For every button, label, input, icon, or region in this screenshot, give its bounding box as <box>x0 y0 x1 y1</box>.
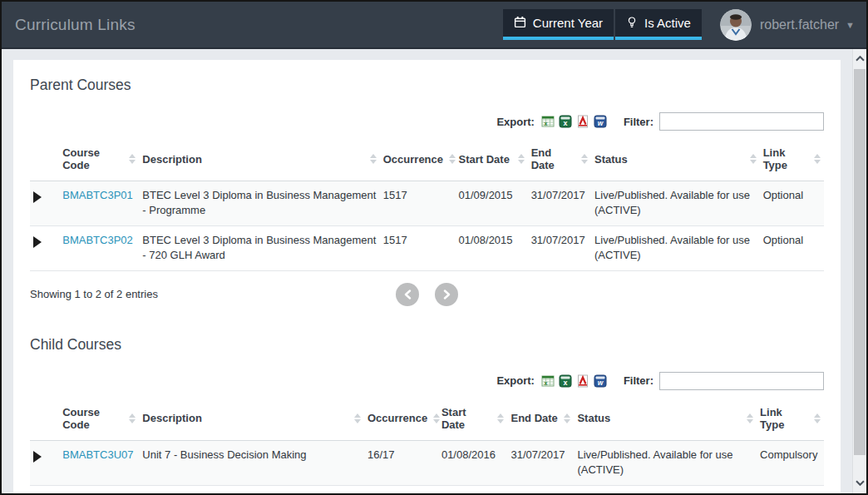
page-body: Parent Courses Export: x x w Filter: Cou… <box>2 49 852 493</box>
cell-expander <box>30 440 59 485</box>
cell-end-date: 31/07/2017 <box>528 181 591 226</box>
parent-courses-section: Parent Courses Export: x x w Filter: Cou… <box>30 77 824 311</box>
pagination-prev-button[interactable] <box>396 283 419 306</box>
is-active-button[interactable]: Is Active <box>615 9 702 40</box>
cell-expander <box>30 181 59 226</box>
cell-occurrence: 16/17 <box>364 440 438 485</box>
svg-text:x: x <box>563 379 567 387</box>
user-name: robert.fatcher <box>760 17 839 32</box>
table-header-row: Course Code Description Occurrence Start… <box>30 398 824 441</box>
course-code-link[interactable]: BMABTC3P01 <box>62 189 133 201</box>
cell-start-date: 01/08/2016 <box>438 440 508 485</box>
cell-course-code: BMABTC3U07 <box>59 440 139 485</box>
excel-icon[interactable]: x <box>559 115 572 128</box>
sort-icon <box>354 413 361 423</box>
export-buttons: x x w <box>541 374 607 388</box>
cell-end-date: 31/07/2017 <box>507 440 574 485</box>
col-status[interactable]: Status <box>574 398 757 441</box>
chevron-down-icon: ▼ <box>846 20 855 30</box>
svg-text:x: x <box>544 121 547 126</box>
topbar-right: Current Year Is Active robert.fatcher ▼ <box>501 9 855 41</box>
col-course-code[interactable]: Course Code <box>59 139 139 181</box>
pdf-icon[interactable] <box>576 374 589 388</box>
excel-xls-icon[interactable]: x <box>541 374 555 388</box>
cell-status: Live/Published. Available for use (ACTIV… <box>591 225 760 270</box>
user-menu[interactable]: robert.fatcher ▼ <box>760 17 855 32</box>
scroll-down-icon[interactable] <box>853 475 866 490</box>
current-year-button[interactable]: Current Year <box>503 9 614 40</box>
col-link-type[interactable]: Link Type <box>760 139 824 181</box>
export-label: Export: <box>496 374 535 387</box>
col-occurrence[interactable]: Occurrence <box>380 139 456 181</box>
cell-link-type: Optional <box>760 181 824 226</box>
entries-summary: Showing 1 to 2 of 2 entries <box>30 288 158 300</box>
expand-row-icon[interactable] <box>33 191 42 203</box>
cell-description: Unit 7 - Business Decision Making <box>139 440 364 485</box>
cell-status: Live/Published. Available for use (ACTIV… <box>591 181 760 226</box>
cell-course-code: BMABTC3P02 <box>59 225 139 270</box>
sort-icon <box>750 154 757 164</box>
col-start-date[interactable]: Start Date <box>438 398 508 441</box>
word-icon[interactable]: w <box>594 115 607 128</box>
cell-course-code: BMABTC3U09 <box>59 485 139 493</box>
svg-text:x: x <box>544 380 547 386</box>
cell-occurrence: 1517 <box>380 181 456 226</box>
col-end-date[interactable]: End Date <box>528 139 591 181</box>
calendar-icon <box>514 16 526 31</box>
parent-courses-table: Course Code Description Occurrence Start… <box>30 139 824 271</box>
sort-icon <box>129 413 136 423</box>
vertical-scrollbar <box>852 49 866 493</box>
expand-row-icon[interactable] <box>33 451 42 463</box>
cell-link-type: Optional <box>760 225 824 270</box>
course-code-link[interactable]: BMABTC3U07 <box>62 448 133 461</box>
table-row: BMABTC3P01 BTEC Level 3 Diploma in Busin… <box>30 181 824 226</box>
cell-end-date: 31/07/2017 <box>528 225 591 270</box>
cell-end-date: 31/07/2017 <box>507 485 574 493</box>
word-icon[interactable]: w <box>594 374 607 388</box>
cell-occurrence: 1517 <box>380 225 456 270</box>
col-occurrence[interactable]: Occurrence <box>364 398 438 441</box>
col-start-date[interactable]: Start Date <box>455 139 527 181</box>
sort-icon <box>747 413 753 423</box>
cell-status: Live/Published. Available for use (ACTIV… <box>574 440 757 485</box>
export-label: Export: <box>496 116 535 128</box>
avatar[interactable] <box>720 9 752 41</box>
col-expander <box>30 139 59 181</box>
col-description[interactable]: Description <box>139 139 379 181</box>
col-status[interactable]: Status <box>591 139 760 181</box>
col-description[interactable]: Description <box>139 398 364 441</box>
col-end-date[interactable]: End Date <box>507 398 574 441</box>
col-course-code[interactable]: Course Code <box>59 398 139 441</box>
cell-expander <box>30 225 59 270</box>
is-active-label: Is Active <box>644 16 691 30</box>
scroll-up-icon[interactable] <box>853 51 866 66</box>
filter-input[interactable] <box>659 112 824 131</box>
parent-pager: Showing 1 to 2 of 2 entries <box>30 281 824 311</box>
cell-link-type: Compulsory <box>757 440 824 485</box>
sort-icon <box>449 154 456 164</box>
scrollbar-thumb[interactable] <box>854 69 866 455</box>
course-code-link[interactable]: BMABTC3P02 <box>62 234 133 246</box>
filter-input[interactable] <box>659 372 824 390</box>
child-courses-table: Course Code Description Occurrence Start… <box>30 398 824 493</box>
sort-icon <box>814 413 821 423</box>
table-header-row: Course Code Description Occurrence Start… <box>30 139 824 181</box>
filter-label: Filter: <box>624 116 653 128</box>
sort-icon <box>497 413 504 423</box>
export-buttons: x x w <box>541 115 607 128</box>
excel-icon[interactable]: x <box>559 374 572 388</box>
excel-xls-icon[interactable]: x <box>541 115 555 128</box>
child-courses-title: Child Courses <box>30 336 824 354</box>
sort-icon <box>814 154 821 164</box>
child-courses-section: Child Courses Export: x x w Filter: Cour… <box>30 336 824 493</box>
expand-row-icon[interactable] <box>33 236 42 248</box>
pdf-icon[interactable] <box>576 115 589 128</box>
pagination-next-button[interactable] <box>435 283 458 306</box>
table-row: BMABTC3U07 Unit 7 - Business Decision Ma… <box>30 440 824 485</box>
cell-course-code: BMABTC3P01 <box>59 181 139 226</box>
col-link-type[interactable]: Link Type <box>757 398 824 441</box>
cell-start-date: 01/09/2015 <box>455 181 527 226</box>
cell-description: Unit 9 - Team Building in Business <box>139 485 364 493</box>
svg-text:x: x <box>563 119 567 127</box>
sort-icon <box>564 413 570 423</box>
